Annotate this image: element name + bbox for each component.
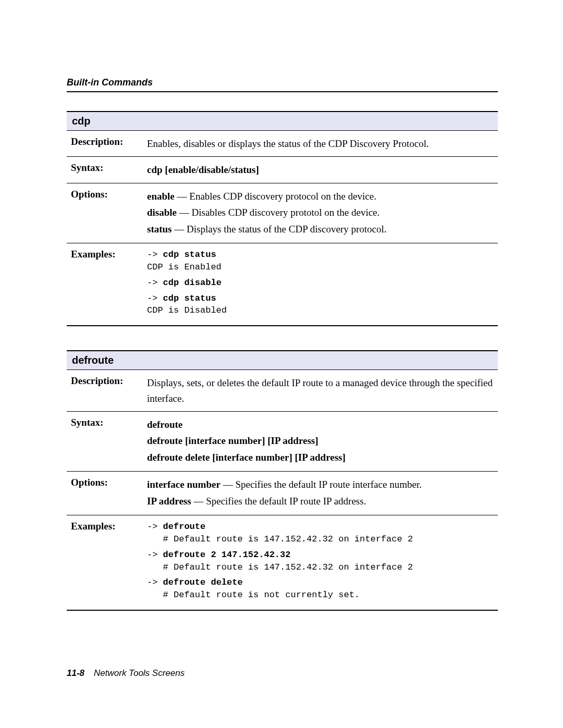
defroute-syntax-row: Syntax: defroute defroute [interface num… — [67, 412, 498, 472]
cdp-title: cdp — [67, 112, 498, 131]
option-term: status — [147, 224, 172, 235]
example-out: CDP is Enabled — [147, 261, 494, 274]
syntax-line: defroute [interface number] [IP address] — [147, 433, 494, 448]
page-number: 11-8 — [67, 668, 84, 678]
defroute-options-row: Options: interface number — Specifies th… — [67, 472, 498, 515]
section-header: Built-in Commands — [67, 77, 498, 92]
cdp-table: cdp Description: Enables, disables or di… — [67, 111, 498, 326]
example-out: # Default route is not currently set. — [147, 589, 494, 601]
cdp-options: enable — Enables CDP discovery protocol … — [143, 183, 498, 243]
example-out: CDP is Disabled — [147, 304, 494, 317]
option-term: interface number — [147, 479, 221, 490]
cdp-examples-row: Examples: -> cdp status CDP is Enabled -… — [67, 243, 498, 326]
example-cmd: cdp status — [163, 293, 216, 303]
footer-title: Network Tools Screens — [94, 668, 185, 678]
option-term: IP address — [147, 496, 191, 507]
prompt: -> — [147, 577, 163, 587]
defroute-options: interface number — Specifies the default… — [143, 472, 498, 515]
prompt: -> — [147, 293, 163, 303]
example-out: # Default route is 147.152.42.32 on inte… — [147, 533, 494, 546]
example-out: # Default route is 147.152.42.32 on inte… — [147, 561, 494, 574]
example-cmd: defroute delete — [163, 577, 243, 587]
option-desc: — Disables CDP discovery prototol on the… — [177, 207, 380, 218]
defroute-table: defroute Description: Displays, sets, or… — [67, 350, 498, 611]
defroute-syntax: defroute defroute [interface number] [IP… — [143, 412, 498, 472]
defroute-examples-row: Examples: -> defroute # Default route is… — [67, 515, 498, 610]
option-desc: — Displays the status of the CDP discove… — [172, 224, 387, 235]
options-label: Options: — [67, 472, 143, 515]
syntax-label: Syntax: — [67, 157, 143, 183]
defroute-title: defroute — [67, 351, 498, 370]
prompt: -> — [147, 278, 163, 288]
cdp-description-row: Description: Enables, disables or displa… — [67, 131, 498, 157]
page-footer: 11-8Network Tools Screens — [67, 668, 185, 678]
cdp-description: Enables, disables or displays the status… — [143, 131, 498, 157]
defroute-description-row: Description: Displays, sets, or deletes … — [67, 370, 498, 412]
prompt: -> — [147, 550, 163, 560]
option-term: enable — [147, 191, 175, 202]
example-cmd: defroute — [163, 522, 206, 532]
examples-label: Examples: — [67, 515, 143, 610]
description-label: Description: — [67, 131, 143, 157]
syntax-label: Syntax: — [67, 412, 143, 472]
cdp-syntax-row: Syntax: cdp [enable/disable/status] — [67, 157, 498, 183]
prompt: -> — [147, 250, 163, 260]
example-cmd: cdp disable — [163, 278, 222, 288]
cdp-examples: -> cdp status CDP is Enabled -> cdp disa… — [143, 243, 498, 326]
description-label: Description: — [67, 370, 143, 412]
option-desc: — Specifies the default IP route IP addr… — [191, 496, 366, 507]
examples-label: Examples: — [67, 243, 143, 326]
syntax-line: defroute delete [interface number] [IP a… — [147, 450, 494, 465]
option-desc: — Enables CDP discovery protocol on the … — [175, 191, 376, 202]
cdp-options-row: Options: enable — Enables CDP discovery … — [67, 183, 498, 243]
option-term: disable — [147, 207, 177, 218]
defroute-title-row: defroute — [67, 351, 498, 370]
defroute-examples: -> defroute # Default route is 147.152.4… — [143, 515, 498, 610]
cdp-title-row: cdp — [67, 112, 498, 131]
example-cmd: defroute 2 147.152.42.32 — [163, 550, 291, 560]
syntax-line: defroute — [147, 417, 494, 432]
options-label: Options: — [67, 183, 143, 243]
defroute-description: Displays, sets, or deletes the default I… — [143, 370, 498, 412]
cdp-syntax: cdp [enable/disable/status] — [143, 157, 498, 183]
prompt: -> — [147, 522, 163, 532]
option-desc: — Specifies the default IP route interfa… — [221, 479, 422, 490]
example-cmd: cdp status — [163, 250, 216, 260]
